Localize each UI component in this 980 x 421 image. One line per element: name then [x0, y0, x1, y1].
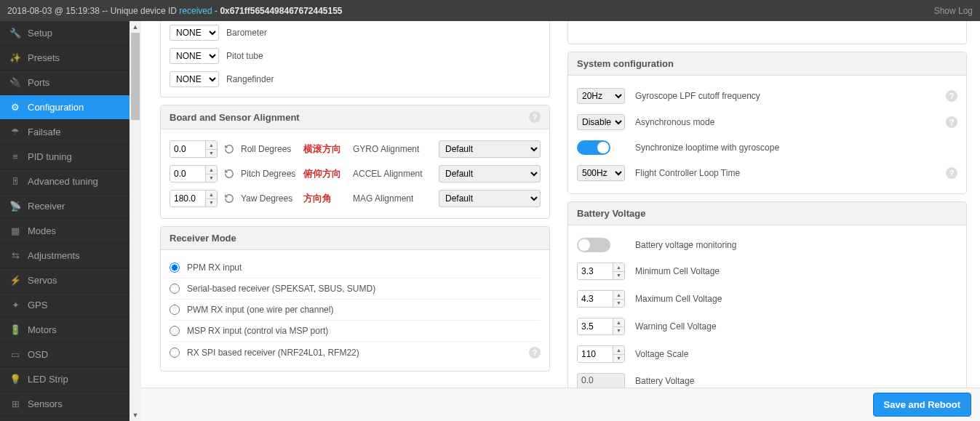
- footer-bar: Save and Reboot: [141, 388, 980, 421]
- sidebar-item-label: Servos: [28, 275, 57, 286]
- receiver-option-label: PWM RX input (one wire per channel): [187, 305, 541, 315]
- gear-icon: ⚙: [10, 103, 20, 113]
- sidebar-item-tethered-logging[interactable]: ≣Tethered Logging: [0, 417, 130, 421]
- voltage-scale-label: Voltage Scale: [635, 349, 957, 359]
- sidebar-item-adjustments[interactable]: ⇆Adjustments: [0, 244, 130, 268]
- sidebar-item-failsafe[interactable]: ☂Failsafe: [0, 120, 130, 145]
- sidebar-item-osd[interactable]: ▭OSD: [0, 342, 130, 367]
- sync-looptime-label: Synchronize looptime with gyroscope: [635, 143, 957, 153]
- received-link[interactable]: received: [179, 6, 212, 16]
- motor-icon: 🔋: [10, 325, 20, 335]
- help-icon[interactable]: ?: [946, 116, 957, 128]
- max-cell-voltage-label: Maximum Cell Voltage: [635, 294, 957, 304]
- max-cell-voltage-input[interactable]: ▲▼: [577, 290, 625, 308]
- sidebar-item-label: Receiver: [28, 201, 65, 212]
- warn-cell-voltage-input[interactable]: ▲▼: [577, 318, 625, 335]
- sidebar-item-label: Sensors: [28, 398, 63, 409]
- sidebar-item-led-strip[interactable]: 💡LED Strip: [0, 367, 130, 392]
- rotate-icon: [223, 193, 235, 204]
- receiver-radio[interactable]: [170, 348, 180, 358]
- sidebar-item-label: Motors: [28, 324, 57, 335]
- satellite-icon: ✦: [10, 300, 20, 310]
- sidebar-item-advanced-tuning[interactable]: 🎚Advanced tuning: [0, 169, 130, 194]
- sidebar-item-modes[interactable]: ▦Modes: [0, 219, 130, 244]
- battery-voltage-panel: Battery Voltage Battery voltage monitori…: [567, 201, 967, 402]
- voltage-scale-input[interactable]: ▲▼: [577, 345, 625, 363]
- receiver-option-label: RX SPI based receiver (NRF24L01, RFM22): [187, 348, 522, 358]
- help-icon[interactable]: ?: [529, 111, 541, 123]
- axis-label: Pitch Degrees: [241, 169, 298, 179]
- axis-annotation: 方向角: [303, 192, 347, 205]
- help-icon[interactable]: ?: [946, 90, 957, 102]
- wand-icon: ✨: [10, 53, 20, 63]
- battery-monitor-toggle[interactable]: [577, 238, 610, 252]
- sidebar-item-pid-tuning[interactable]: ≡PID tuning: [0, 145, 130, 169]
- roll-degrees-input[interactable]: ▲▼: [170, 140, 218, 158]
- sidebar-item-label: Failsafe: [28, 127, 61, 137]
- async-mode-select[interactable]: Disable: [577, 114, 625, 130]
- sidebar-item-label: Modes: [28, 225, 56, 236]
- plug-icon: 🔌: [10, 78, 20, 88]
- sensor-select[interactable]: NONE: [170, 71, 219, 87]
- sidebar-item-label: Ports: [28, 77, 49, 88]
- sysconfig-title: System configuration: [577, 58, 674, 69]
- receiver-radio[interactable]: [170, 262, 180, 273]
- sidebar-item-receiver[interactable]: 📡Receiver: [0, 194, 130, 219]
- min-cell-voltage-input[interactable]: ▲▼: [577, 262, 625, 280]
- sidebar-item-servos[interactable]: ⚡Servos: [0, 268, 130, 293]
- top-bar: 2018-08-03 @ 15:19:38 -- Unique device I…: [0, 0, 980, 21]
- sidebar-item-gps[interactable]: ✦GPS: [0, 293, 130, 318]
- sidebar-item-label: GPS: [28, 300, 47, 310]
- sensor-select[interactable]: NONE: [170, 25, 219, 41]
- sidebar-item-configuration[interactable]: ⚙Configuration: [0, 95, 130, 120]
- scroll-thumb[interactable]: [131, 33, 140, 120]
- battery-voltage-label: Battery Voltage: [635, 376, 957, 386]
- gyro-lpf-select[interactable]: 20Hz: [577, 88, 625, 104]
- sensor-label: Rangefinder: [226, 74, 274, 84]
- axis-annotation: 俯仰方向: [303, 167, 347, 180]
- receiver-radio[interactable]: [170, 326, 180, 336]
- sidebar-item-label: PID tuning: [28, 151, 72, 162]
- sidebar-item-label: Setup: [28, 28, 52, 39]
- alignment-panel: Board and Sensor Alignment ? ▲▼ Roll Deg…: [160, 105, 550, 219]
- yaw-degrees-input[interactable]: ▲▼: [170, 190, 218, 207]
- parachute-icon: ☂: [10, 127, 20, 137]
- align-type-label: GYRO Alignment: [353, 144, 433, 154]
- scroll-up-arrow[interactable]: ▲: [130, 21, 141, 33]
- servo-icon: ⚡: [10, 276, 20, 286]
- help-icon[interactable]: ?: [529, 347, 541, 358]
- sensor-select[interactable]: NONE: [170, 48, 219, 64]
- show-log-button[interactable]: Show Log: [934, 6, 973, 16]
- align-select[interactable]: Default: [439, 165, 541, 183]
- sidebar-item-motors[interactable]: 🔋Motors: [0, 318, 130, 342]
- receiver-title: Receiver Mode: [170, 233, 236, 244]
- save-and-reboot-button[interactable]: Save and Reboot: [873, 393, 971, 417]
- sidebar-item-setup[interactable]: 🔧Setup: [0, 21, 130, 46]
- pitch-degrees-input[interactable]: ▲▼: [170, 165, 218, 183]
- antenna-icon: 📡: [10, 201, 20, 212]
- chip-icon: ⊞: [10, 399, 20, 409]
- gyro-lpf-label: Gyroscope LPF cutoff frequency: [635, 91, 936, 101]
- battery-voltage-readout: 0.0: [577, 373, 625, 389]
- scroll-down-arrow[interactable]: ▼: [130, 409, 141, 421]
- sidebar-item-sensors[interactable]: ⊞Sensors: [0, 392, 130, 417]
- align-select[interactable]: Default: [439, 140, 541, 158]
- main-content: NONEBarometerNONEPitot tubeNONERangefind…: [141, 21, 980, 421]
- sync-looptime-toggle[interactable]: [577, 140, 610, 155]
- warn-cell-voltage-label: Warning Cell Voltage: [635, 321, 957, 332]
- sidebar-item-ports[interactable]: 🔌Ports: [0, 71, 130, 95]
- receiver-radio[interactable]: [170, 284, 180, 294]
- min-cell-voltage-label: Minimum Cell Voltage: [635, 266, 957, 276]
- display-icon: ▭: [10, 350, 20, 360]
- rotate-icon: [223, 143, 235, 155]
- receiver-radio[interactable]: [170, 305, 180, 315]
- status-text: 2018-08-03 @ 15:19:38 -- Unique device I…: [7, 6, 343, 16]
- help-icon[interactable]: ?: [946, 167, 957, 179]
- sidebar-scrollbar[interactable]: ▲ ▼: [130, 21, 141, 421]
- loop-time-select[interactable]: 500Hz: [577, 165, 625, 181]
- receiver-option-label: PPM RX input: [187, 262, 541, 273]
- align-select[interactable]: Default: [439, 190, 541, 207]
- sidebar-item-presets[interactable]: ✨Presets: [0, 46, 130, 71]
- bulb-icon: 💡: [10, 374, 20, 385]
- sidebar-item-label: OSD: [28, 349, 48, 360]
